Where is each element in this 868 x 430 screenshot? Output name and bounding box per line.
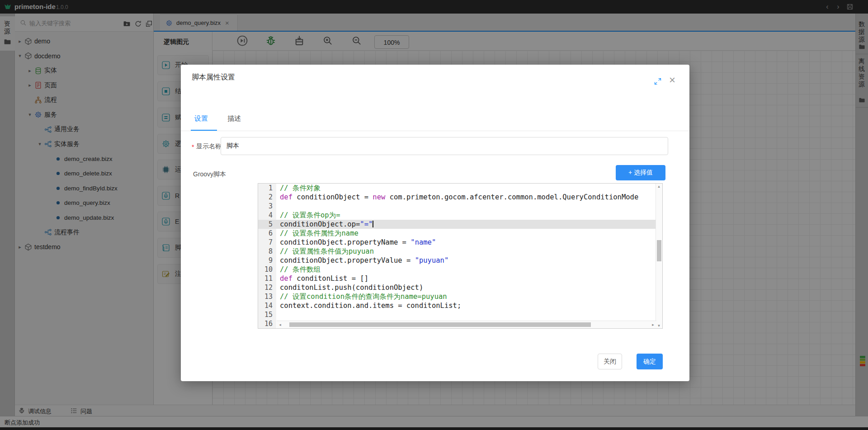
script-properties-dialog: 脚本属性设置 × 设置 描述 * 显示名称 Groovy脚本 + 选择值 1//… bbox=[181, 65, 689, 381]
tab-settings[interactable]: 设置 bbox=[194, 114, 208, 123]
line-number: 3 bbox=[258, 202, 273, 211]
code-line-13[interactable]: 13// 设置condition条件的查询条件为name=puyuan bbox=[258, 292, 656, 301]
code-text: // 设置condition条件的查询条件为name=puyuan bbox=[280, 292, 447, 301]
text-cursor bbox=[373, 221, 373, 227]
groovy-script-label: Groovy脚本 bbox=[193, 170, 226, 179]
line-number: 11 bbox=[258, 274, 273, 283]
code-line-6[interactable]: 6// 设置条件属性为name bbox=[258, 229, 656, 238]
line-number: 12 bbox=[258, 283, 273, 292]
code-lines: 1// 条件对象2def conditionObject = new com.p… bbox=[258, 184, 656, 328]
dialog-title: 脚本属性设置 bbox=[192, 73, 235, 82]
code-text: def conditonList = [] bbox=[280, 274, 368, 283]
line-number: 6 bbox=[258, 229, 273, 238]
code-line-11[interactable]: 11def conditonList = [] bbox=[258, 274, 656, 283]
vertical-scrollbar[interactable]: ▴ ▾ bbox=[656, 184, 662, 328]
code-line-15[interactable]: 15 bbox=[258, 310, 656, 319]
scroll-right-icon[interactable]: ▸ bbox=[650, 322, 656, 327]
code-line-14[interactable]: 14context.condition.and.items = conditon… bbox=[258, 301, 656, 310]
line-number: 16 bbox=[258, 319, 273, 328]
scroll-down-icon[interactable]: ▾ bbox=[656, 323, 662, 328]
primeton-ide-window: primeton-ide 1.0.0 ‹ › 资源 ▸demo▾docdemo▸… bbox=[0, 0, 868, 430]
code-line-1[interactable]: 1// 条件对象 bbox=[258, 184, 656, 193]
line-number: 1 bbox=[258, 184, 273, 193]
line-number: 13 bbox=[258, 292, 273, 301]
code-line-2[interactable]: 2def conditionObject = new com.primeton.… bbox=[258, 193, 656, 202]
code-text: // 设置条件op为= bbox=[280, 211, 340, 220]
scroll-up-icon[interactable]: ▴ bbox=[656, 184, 662, 189]
code-line-9[interactable]: 9conditionObject.propertyValue = "puyuan… bbox=[258, 256, 656, 265]
line-number: 2 bbox=[258, 193, 273, 202]
code-text: def conditionObject = new com.primeton.g… bbox=[280, 193, 638, 202]
code-line-10[interactable]: 10// 条件数组 bbox=[258, 265, 656, 274]
line-number: 8 bbox=[258, 247, 273, 256]
code-text: context.condition.and.items = conditonLi… bbox=[280, 301, 461, 310]
code-text: conditionObject.propertyName = "name" bbox=[280, 238, 436, 247]
scroll-left-icon[interactable]: ◂ bbox=[277, 322, 283, 327]
display-name-label: 显示名称 bbox=[196, 142, 222, 151]
line-number: 7 bbox=[258, 238, 273, 247]
code-text: // 设置属性条件值为puyuan bbox=[280, 247, 374, 256]
code-line-12[interactable]: 12conditonList.push(conditionObject) bbox=[258, 283, 656, 292]
code-line-8[interactable]: 8// 设置属性条件值为puyuan bbox=[258, 247, 656, 256]
select-value-button[interactable]: + 选择值 bbox=[616, 165, 665, 180]
line-number: 14 bbox=[258, 301, 273, 310]
horizontal-scroll-thumb[interactable] bbox=[289, 322, 591, 327]
code-text: // 设置条件属性为name bbox=[280, 229, 359, 238]
confirm-button[interactable]: 确定 bbox=[637, 354, 663, 369]
code-text: conditionObject.propertyValue = "puyuan" bbox=[280, 256, 448, 265]
code-text: // 条件数组 bbox=[280, 265, 321, 274]
code-line-7[interactable]: 7conditionObject.propertyName = "name" bbox=[258, 238, 656, 247]
vertical-scroll-thumb[interactable] bbox=[657, 240, 661, 261]
close-button[interactable]: 关闭 bbox=[598, 354, 622, 369]
groovy-code-editor[interactable]: 1// 条件对象2def conditionObject = new com.p… bbox=[258, 183, 663, 329]
line-number: 9 bbox=[258, 256, 273, 265]
code-line-5[interactable]: 5conditionObject.op="=" bbox=[258, 220, 656, 229]
close-icon[interactable]: × bbox=[669, 75, 675, 85]
tab-divider bbox=[181, 131, 689, 131]
line-number: 15 bbox=[258, 310, 273, 319]
code-text: conditonList.push(conditionObject) bbox=[280, 283, 423, 292]
display-name-input[interactable] bbox=[221, 137, 668, 155]
fullscreen-icon[interactable] bbox=[654, 77, 662, 85]
line-number: 4 bbox=[258, 211, 273, 220]
required-mark: * bbox=[192, 143, 194, 151]
code-text: conditionObject.op="=" bbox=[280, 220, 373, 229]
code-line-4[interactable]: 4// 设置条件op为= bbox=[258, 211, 656, 220]
code-text: // 条件对象 bbox=[280, 184, 321, 193]
tab-description[interactable]: 描述 bbox=[227, 114, 241, 123]
horizontal-scrollbar[interactable]: ◂ ▸ bbox=[277, 321, 656, 328]
code-line-3[interactable]: 3 bbox=[258, 202, 656, 211]
line-number: 5 bbox=[258, 220, 273, 229]
line-number: 10 bbox=[258, 265, 273, 274]
